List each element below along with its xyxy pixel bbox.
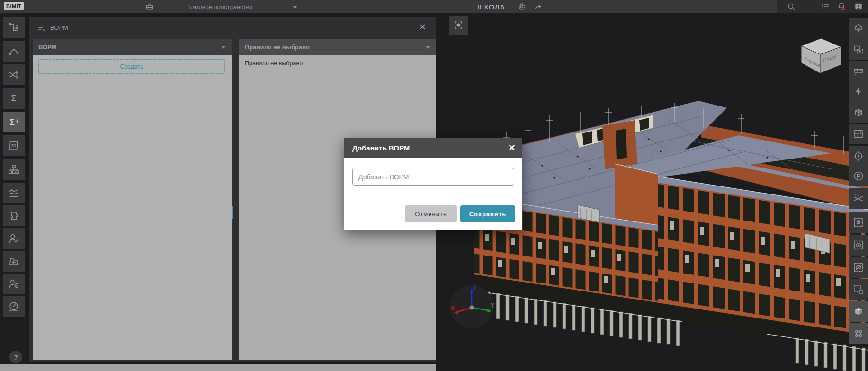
account-icon[interactable] [854, 2, 863, 11]
briefcase-icon[interactable] [145, 2, 154, 11]
cancel-button[interactable]: Отменить [405, 205, 457, 222]
navigation-cube[interactable]: Справа Сзади [795, 35, 846, 75]
add-vorm-dialog: Добавить ВОРМ ✕ Отменить Сохранить [344, 138, 522, 230]
axis-gizmo[interactable]: Z Y X [449, 284, 494, 329]
trend-lines-icon[interactable] [3, 183, 25, 203]
chevron-down-icon[interactable] [293, 6, 297, 9]
panel-resize-handle[interactable] [232, 206, 233, 219]
help-button[interactable]: ? [9, 351, 22, 363]
vorm-name-input[interactable] [352, 168, 514, 186]
panel-close-icon[interactable]: ✕ [417, 21, 428, 33]
project-title: ШКОЛА [477, 3, 505, 11]
chevron-down-icon [221, 46, 226, 49]
settings-gear-icon[interactable] [517, 2, 527, 11]
svg-text:2D: 2D [11, 143, 16, 148]
workspace-selector[interactable]: Базовое пространство [188, 3, 253, 10]
flash-icon[interactable] [849, 81, 868, 102]
panel-title: ВОРМ [50, 25, 68, 31]
dialog-title: Добавить ВОРМ [352, 144, 410, 152]
create-vorm-button[interactable]: Создать [38, 59, 225, 74]
focus-target-icon[interactable] [849, 146, 868, 167]
application-window: BiMiT Базовое пространство ШКОЛА [0, 0, 868, 371]
orbit-icon[interactable] [849, 323, 868, 344]
vorm-dropdown[interactable]: ВОРМ [33, 39, 232, 55]
person-pin-icon[interactable] [3, 274, 25, 294]
floor-plan-icon[interactable] [849, 124, 868, 144]
structure-tree-icon[interactable] [3, 17, 25, 38]
node-path-icon[interactable] [3, 41, 25, 62]
section-box-icon[interactable] [849, 102, 868, 123]
svg-text:2: 2 [858, 194, 859, 196]
vorm-panel-header: ВОРМ ✕ [29, 17, 436, 39]
org-chart-icon[interactable] [3, 159, 25, 180]
sigma-plus-icon[interactable]: Σ + [3, 112, 25, 132]
flag-circle-icon[interactable] [849, 166, 868, 186]
rule-empty-text: Правило не выбрано [239, 55, 436, 71]
dialog-header: Добавить ВОРМ ✕ [344, 138, 522, 158]
person-check-icon[interactable] [3, 228, 25, 249]
topbar-right-section [777, 0, 868, 13]
selection-show-icon[interactable] [849, 235, 868, 256]
focus-selection-button[interactable] [449, 16, 468, 35]
selection-clear-icon[interactable] [849, 279, 868, 300]
vorm-list-body: Создать [33, 55, 232, 360]
chevron-down-icon [425, 46, 430, 49]
panel-menu-icon[interactable] [36, 22, 47, 34]
axis-y-label: Y [491, 302, 494, 309]
solid-cube-icon[interactable] [849, 301, 868, 322]
dialog-close-icon[interactable]: ✕ [508, 142, 516, 154]
ruler-icon[interactable] [849, 61, 868, 81]
copy-select-icon[interactable] [849, 39, 868, 60]
left-toolbar: Σ Σ + 2D [0, 13, 26, 371]
rule-dropdown[interactable]: Правило не выбрано [239, 39, 436, 55]
sheet-2d-icon[interactable]: 2D [3, 135, 25, 156]
share-icon[interactable] [533, 2, 543, 11]
bottom-strip [0, 364, 436, 371]
selection-hide-icon[interactable] [849, 257, 868, 278]
selection-cube-icon[interactable] [849, 212, 868, 233]
save-button[interactable]: Сохранить [460, 205, 515, 222]
notification-badge [842, 8, 845, 10]
gauge-icon[interactable] [3, 296, 25, 317]
vorm-list-column: ВОРМ Создать [33, 39, 232, 360]
svg-text:+: + [16, 118, 19, 124]
axis-z-label: Z [473, 285, 476, 292]
shuffle-icon[interactable] [3, 64, 25, 85]
sigma-icon[interactable]: Σ [3, 88, 25, 109]
axis-x-label: X [451, 305, 455, 312]
svg-text:Σ: Σ [11, 93, 16, 103]
svg-text:1: 1 [855, 194, 856, 197]
app-logo[interactable]: BiMiT [4, 2, 24, 10]
search-icon[interactable] [787, 2, 796, 11]
svg-text:Σ: Σ [10, 117, 15, 127]
crossed-axes-icon[interactable]: 1 2 [849, 188, 868, 209]
notifications-bell-icon[interactable] [837, 2, 846, 11]
right-toolbar: 1 2 [848, 13, 868, 371]
puzzle-icon[interactable] [3, 205, 25, 226]
topbar-divider [184, 0, 184, 13]
tree-icon[interactable] [849, 18, 868, 39]
folder-export-icon[interactable] [3, 251, 25, 272]
top-bar: BiMiT Базовое пространство ШКОЛА [0, 0, 868, 13]
list-icon[interactable] [821, 2, 830, 11]
